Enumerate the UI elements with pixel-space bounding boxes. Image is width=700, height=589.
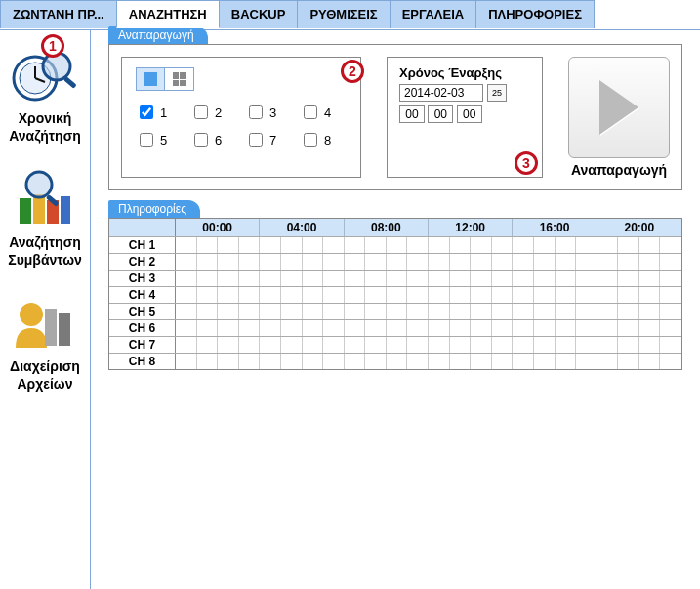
timeline-cell[interactable] [660, 254, 681, 270]
timeline-cell[interactable] [513, 287, 534, 303]
timeline-cell[interactable] [639, 354, 661, 369]
timeline-cell[interactable] [618, 237, 639, 253]
timeline-cell[interactable] [534, 320, 556, 336]
timeline-cell[interactable] [323, 287, 345, 303]
timeline-cell[interactable] [387, 337, 408, 353]
timeline-cell[interactable] [639, 271, 661, 286]
channel-checkbox[interactable] [304, 133, 317, 147]
timeline-cell[interactable] [450, 304, 472, 319]
timeline-cell[interactable] [387, 354, 408, 369]
timeline-cell[interactable] [239, 320, 261, 336]
timeline-cell[interactable] [556, 354, 577, 369]
timeline-cell[interactable] [597, 237, 619, 253]
timeline-cell[interactable] [492, 254, 514, 270]
timeline-cell[interactable] [387, 287, 408, 303]
tab-info[interactable]: ΠΛΗΡΟΦΟΡΙΕΣ [475, 0, 595, 28]
timeline-cell[interactable] [513, 354, 534, 369]
timeline-cell[interactable] [281, 237, 303, 253]
timeline-cell[interactable] [407, 320, 429, 336]
timeline-cell[interactable] [471, 337, 492, 353]
timeline-cell[interactable] [260, 237, 281, 253]
timeline-cell[interactable] [576, 237, 597, 253]
timeline-cell[interactable] [660, 237, 681, 253]
timeline-cell[interactable] [534, 237, 556, 253]
channel-7-checkbox[interactable]: 7 [245, 128, 292, 151]
time-second[interactable]: 00 [457, 105, 482, 123]
timeline-cell[interactable] [471, 320, 492, 336]
timeline-cell[interactable] [239, 337, 261, 353]
timeline-cell[interactable] [197, 304, 219, 319]
timeline-cell[interactable] [218, 254, 239, 270]
timeline-cell[interactable] [639, 337, 661, 353]
timeline-cell[interactable] [197, 271, 219, 286]
timeline-cell[interactable] [387, 254, 408, 270]
timeline-cell[interactable] [176, 254, 197, 270]
timeline-cell[interactable] [345, 337, 366, 353]
timeline-cell[interactable] [281, 271, 303, 286]
timeline-cell[interactable] [660, 271, 681, 286]
timeline-cell[interactable] [407, 337, 429, 353]
timeline-cell[interactable] [597, 287, 619, 303]
timeline-cell[interactable] [639, 287, 661, 303]
timeline-cell[interactable] [556, 254, 577, 270]
timeline-cell[interactable] [471, 287, 492, 303]
timeline-cell[interactable] [260, 337, 281, 353]
timeline-cell[interactable] [492, 304, 514, 319]
timeline-cell[interactable] [197, 320, 219, 336]
timeline-cell[interactable] [576, 254, 597, 270]
timeline-cell[interactable] [618, 271, 639, 286]
timeline-cell[interactable] [618, 337, 639, 353]
timeline-cell[interactable] [345, 237, 366, 253]
timeline-cell[interactable] [176, 304, 197, 319]
timeline-cell[interactable] [576, 304, 597, 319]
timeline-cell[interactable] [597, 304, 619, 319]
timeline-cell[interactable] [218, 337, 239, 353]
timeline-cell[interactable] [660, 304, 681, 319]
channel-checkbox[interactable] [140, 133, 153, 147]
timeline-cell[interactable] [660, 287, 681, 303]
timeline-cell[interactable] [239, 271, 261, 286]
timeline-cell[interactable] [534, 337, 556, 353]
timeline-cell[interactable] [281, 354, 303, 369]
channel-3-checkbox[interactable]: 3 [245, 101, 292, 124]
channel-checkbox[interactable] [249, 105, 263, 119]
timeline-cell[interactable] [660, 354, 681, 369]
timeline-cell[interactable] [450, 337, 472, 353]
timeline-cell[interactable] [239, 287, 261, 303]
timeline-cell[interactable] [387, 237, 408, 253]
timeline-cell[interactable] [345, 271, 366, 286]
timeline-cell[interactable] [492, 287, 514, 303]
timeline-cell[interactable] [450, 237, 472, 253]
time-input[interactable]: 00 00 00 [399, 105, 530, 123]
timeline-cell[interactable] [450, 287, 472, 303]
timeline-cell[interactable] [260, 271, 281, 286]
timeline-cell[interactable] [597, 337, 619, 353]
timeline-cell[interactable] [534, 354, 556, 369]
timeline-cell[interactable] [597, 271, 619, 286]
timeline-cell[interactable] [197, 287, 219, 303]
timeline-cell[interactable] [260, 320, 281, 336]
tab-search[interactable]: ΑΝΑΖΗΤΗΣΗ [116, 0, 220, 28]
timeline-cell[interactable] [323, 304, 345, 319]
timeline-cell[interactable] [556, 304, 577, 319]
timeline-cell[interactable] [260, 287, 281, 303]
channel-8-checkbox[interactable]: 8 [300, 128, 347, 151]
timeline-cell[interactable] [345, 287, 366, 303]
timeline-cell[interactable] [365, 254, 387, 270]
timeline-cell[interactable] [471, 354, 492, 369]
timeline-cell[interactable] [407, 287, 429, 303]
timeline-cell[interactable] [323, 237, 345, 253]
timeline-cell[interactable] [429, 337, 450, 353]
tab-backup[interactable]: BACKUP [219, 0, 299, 28]
timeline-cell[interactable] [303, 271, 324, 286]
timeline-cell[interactable] [492, 271, 514, 286]
timeline-cell[interactable] [176, 337, 197, 353]
timeline-cell[interactable] [660, 320, 681, 336]
channel-checkbox[interactable] [249, 133, 263, 147]
channel-1-checkbox[interactable]: 1 [136, 101, 183, 124]
timeline-cell[interactable] [303, 254, 324, 270]
timeline-cell[interactable] [450, 354, 472, 369]
timeline-cell[interactable] [218, 237, 239, 253]
timeline-cell[interactable] [513, 271, 534, 286]
timeline-cell[interactable] [239, 354, 261, 369]
